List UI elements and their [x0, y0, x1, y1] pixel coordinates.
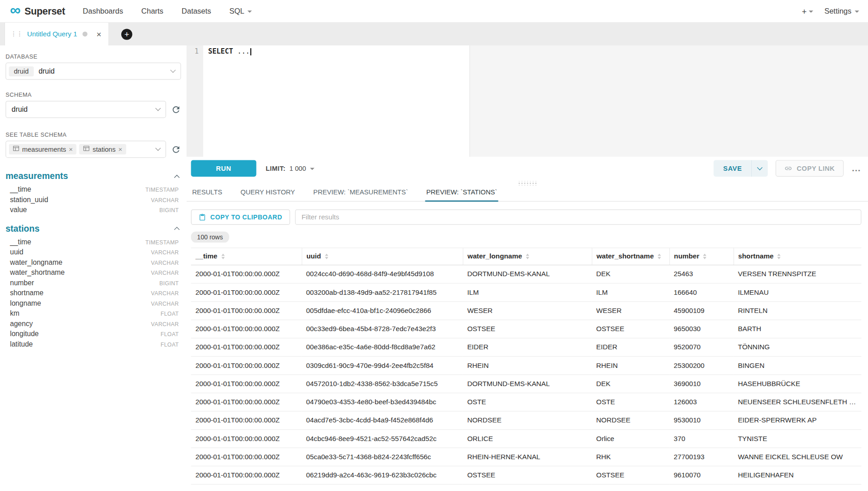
table-cell: 25463 [669, 265, 733, 283]
column-header-__time[interactable]: __time [191, 248, 302, 265]
column-type: VARCHAR [151, 290, 179, 296]
remove-table-icon[interactable]: × [118, 145, 123, 153]
table-cell: 0309cd61-90c9-470e-99d4-2ee4fb2c5f84 [302, 357, 463, 375]
sort-icon[interactable] [703, 253, 706, 259]
nav-item-dashboards[interactable]: Dashboards [83, 7, 123, 15]
sort-icon[interactable] [526, 253, 529, 259]
sort-icon[interactable] [221, 253, 224, 259]
chevron-down-icon [855, 10, 859, 13]
save-options-button[interactable] [751, 160, 768, 177]
chevron-down-icon [809, 10, 814, 13]
rows-count-badge: 100 rows [191, 232, 229, 243]
schema-tables: measurements__timeTIMESTAMPstation_uuidV… [5, 171, 181, 350]
add-tab-button[interactable]: + [121, 29, 132, 40]
table-row: 2000-01-01T00:00:00.000Z04acd7e5-3cbc-4c… [191, 411, 862, 429]
table-chip-measurements: measurements× [9, 144, 77, 154]
sort-asc-icon [703, 253, 706, 256]
sqllab-content: DATABASE druid druid SCHEMA druid SEE TA… [0, 45, 868, 491]
copy-to-clipboard-button[interactable]: COPY TO CLIPBOARD [191, 209, 290, 225]
table-cell: 04acd7e5-3cbc-4cdd-b4a9-f452e868f4d6 [302, 411, 463, 429]
table-cell: 00c33ed9-6bea-45b4-8728-7edc7e43e2f3 [302, 320, 463, 338]
table-icon [83, 145, 90, 152]
refresh-tables-icon[interactable] [171, 144, 181, 154]
limit-dropdown[interactable]: LIMIT: 1 000 [266, 164, 314, 172]
navbar: ∞ Superset DashboardsChartsDatasetsSQL +… [0, 0, 868, 23]
column-name: longname [5, 299, 41, 307]
settings-menu[interactable]: Settings [824, 7, 859, 15]
tab-query-history[interactable]: QUERY HISTORY [239, 188, 296, 201]
table-cell: DORTMUND-EMS-KANAL [463, 375, 592, 393]
sort-desc-icon [325, 257, 328, 259]
results-controls: COPY TO CLIPBOARD [187, 202, 868, 225]
query-tab[interactable]: ⋮⋮ Untitled Query 1 × [5, 23, 109, 45]
column-header-water_shortname[interactable]: water_shortname [592, 248, 670, 265]
column-name: __time [5, 238, 31, 246]
tab-preview-measurements[interactable]: PREVIEW: `MEASUREMENTS` [312, 188, 409, 201]
navbar-menu: DashboardsChartsDatasetsSQL [83, 7, 252, 15]
table-cell: ILM [592, 283, 670, 302]
new-item-button[interactable]: + [802, 6, 813, 16]
sort-icon[interactable] [325, 253, 328, 259]
more-options-button[interactable]: … [851, 165, 861, 171]
table-cell: EIDER [463, 338, 592, 356]
table-row: 2000-01-01T00:00:00.000Z0309cd61-90c9-47… [191, 357, 862, 375]
table-cell: 126003 [669, 393, 733, 411]
pane-resize-handle[interactable] [187, 179, 868, 187]
close-tab-icon[interactable]: × [97, 30, 102, 39]
sqllab-main: 1 SELECT ... RUN LIMIT: 1 000 SAVE [187, 45, 868, 491]
save-button[interactable]: SAVE [714, 160, 751, 177]
nav-item-sql[interactable]: SQL [229, 7, 252, 15]
tab-results[interactable]: RESULTS [191, 188, 223, 201]
column-type: TIMESTAMP [145, 239, 179, 245]
column-row: longitudeFLOAT [5, 330, 181, 340]
sql-keyword: SELECT [208, 47, 233, 55]
table-cell: WESER [592, 302, 670, 320]
copy-link-button[interactable]: COPY LINK [776, 160, 844, 177]
editor-code-area[interactable]: SELECT ... [203, 45, 868, 157]
column-header-label: shortname [738, 253, 774, 260]
remove-table-icon[interactable]: × [69, 145, 73, 153]
copy-link-label: COPY LINK [797, 164, 835, 172]
superset-logo[interactable]: ∞ Superset [10, 5, 65, 17]
sort-asc-icon [778, 253, 781, 256]
column-header-shortname[interactable]: shortname [734, 248, 862, 265]
table-cell: 9610070 [669, 466, 733, 484]
database-select[interactable]: druid druid [5, 63, 181, 80]
chevron-down-icon [310, 168, 315, 170]
run-button[interactable]: RUN [191, 160, 256, 177]
table-cell: ILM [463, 283, 592, 302]
column-type: VARCHAR [151, 270, 179, 276]
sort-desc-icon [658, 257, 661, 259]
tab-preview-stations[interactable]: PREVIEW: `STATIONS` [425, 188, 498, 201]
table-row: 2000-01-01T00:00:00.000Z04572010-1db2-43… [191, 375, 862, 393]
collapse-chevron-icon[interactable] [174, 174, 180, 180]
column-name: latitude [5, 340, 33, 348]
column-header-water_longname[interactable]: water_longname [463, 248, 592, 265]
column-name: number [5, 278, 34, 287]
table-cell: OSTSEE [463, 320, 592, 338]
column-row: numberBIGINT [5, 278, 181, 289]
table-cell: TYNISTE [734, 430, 862, 448]
nav-item-datasets[interactable]: Datasets [182, 7, 211, 15]
refresh-schemas-icon[interactable] [171, 104, 181, 114]
column-header-number[interactable]: number [669, 248, 733, 265]
table-cell: ILMENAU [734, 283, 862, 302]
sort-asc-icon [526, 253, 529, 256]
table-cell: 2000-01-01T00:00:00.000Z [191, 283, 302, 302]
column-name: water_shortname [5, 268, 64, 276]
table-section-header-measurements[interactable]: measurements [5, 171, 181, 181]
column-header-uuid[interactable]: uuid [302, 248, 463, 265]
table-cell: OSTE [592, 393, 670, 411]
schema-select[interactable]: druid [5, 101, 166, 118]
collapse-chevron-icon[interactable] [174, 227, 180, 232]
nav-item-charts[interactable]: Charts [141, 7, 163, 15]
nav-item-label: Charts [141, 7, 163, 15]
filter-results-input[interactable] [295, 209, 862, 225]
table-section-header-stations[interactable]: stations [5, 223, 181, 233]
sort-icon[interactable] [658, 253, 661, 259]
table-select[interactable]: measurements×stations× [5, 141, 166, 158]
sql-editor[interactable]: 1 SELECT ... [187, 45, 868, 157]
table-cell: 166640 [669, 283, 733, 302]
query-state-dot [83, 32, 88, 37]
sort-icon[interactable] [778, 253, 781, 259]
